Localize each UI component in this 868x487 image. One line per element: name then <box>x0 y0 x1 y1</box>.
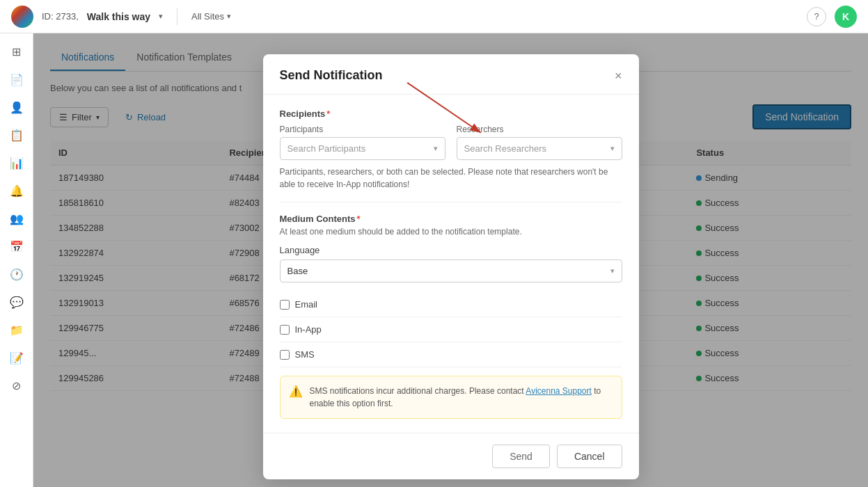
sidebar-person-icon[interactable]: 👤 <box>4 95 29 120</box>
modal-close-button[interactable]: × <box>615 70 622 82</box>
sidebar: ⊞ 📄 👤 📋 📊 🔔 👥 📅 🕐 💬 📁 📝 ⊘ <box>0 33 33 487</box>
sites-selector[interactable]: All Sites ▾ <box>191 11 231 22</box>
recipients-row: Participants Search Participants ▾ Resea… <box>280 125 622 160</box>
warning-text: SMS notifications incur additional charg… <box>310 385 613 410</box>
user-avatar[interactable]: K <box>835 6 857 28</box>
participants-placeholder: Search Participants <box>287 143 366 154</box>
sites-chevron-icon: ▾ <box>227 12 231 21</box>
researchers-placeholder: Search Researchers <box>464 143 547 154</box>
help-button[interactable]: ? <box>807 7 826 26</box>
app-logo[interactable] <box>11 6 33 28</box>
study-chevron-icon[interactable]: ▾ <box>159 12 163 21</box>
sidebar-chat-icon[interactable]: 💬 <box>4 289 29 314</box>
section-divider <box>280 202 622 202</box>
sidebar-home-icon[interactable]: ⊞ <box>4 39 29 64</box>
email-checkbox[interactable] <box>280 300 290 310</box>
main-content: Notifications Notification Templates Bel… <box>33 33 868 487</box>
study-name: Walk this way <box>87 11 150 22</box>
researchers-select[interactable]: Search Researchers ▾ <box>457 137 622 160</box>
sidebar-users-icon[interactable]: 👥 <box>4 206 29 231</box>
sidebar-folder-icon[interactable]: 📁 <box>4 317 29 342</box>
topbar-divider <box>177 8 177 25</box>
modal-header: Send Notification × <box>263 54 639 95</box>
required-marker: * <box>326 109 330 119</box>
sidebar-clipboard-icon[interactable]: 📝 <box>4 345 29 370</box>
sidebar-ban-icon[interactable]: ⊘ <box>4 373 29 398</box>
modal-overlay: Send Notification × Recipients* Particip… <box>33 33 868 487</box>
medium-contents-hint: At least one medium should be added to t… <box>280 227 622 237</box>
participants-select[interactable]: Search Participants ▾ <box>280 137 445 160</box>
email-label[interactable]: Email <box>295 299 318 310</box>
researchers-field: Researchers Search Researchers ▾ <box>457 125 622 160</box>
language-label: Language <box>280 245 622 255</box>
avicenna-support-link[interactable]: Avicenna Support <box>526 386 592 396</box>
inapp-checkbox-row: In-App <box>280 317 622 342</box>
send-button[interactable]: Send <box>492 445 550 468</box>
warning-icon: ⚠️ <box>289 385 303 398</box>
inapp-label[interactable]: In-App <box>295 324 322 335</box>
topbar: ID: 2733, Walk this way ▾ All Sites ▾ ? … <box>0 0 868 33</box>
sidebar-document-icon[interactable]: 📄 <box>4 67 29 92</box>
sms-checkbox-row: SMS <box>280 342 622 367</box>
sms-warning: ⚠️ SMS notifications incur additional ch… <box>280 376 622 419</box>
language-value: Base <box>287 266 308 276</box>
recipients-label: Recipients* <box>280 109 622 119</box>
sidebar-file-icon[interactable]: 📋 <box>4 122 29 147</box>
cancel-button[interactable]: Cancel <box>557 445 622 468</box>
modal-body: Recipients* Participants Search Particip… <box>263 95 639 433</box>
study-id: ID: 2733, <box>42 11 79 22</box>
researchers-chevron-icon: ▾ <box>610 144 615 153</box>
sidebar-bell-icon[interactable]: 🔔 <box>4 178 29 203</box>
sites-label: All Sites <box>191 11 224 22</box>
recipients-hint: Participants, researchers, or both can b… <box>280 166 622 191</box>
modal-title: Send Notification <box>280 68 383 83</box>
sidebar-history-icon[interactable]: 🕐 <box>4 262 29 287</box>
language-chevron-icon: ▾ <box>610 266 615 276</box>
participants-field: Participants Search Participants ▾ <box>280 125 445 160</box>
inapp-checkbox[interactable] <box>280 325 290 335</box>
email-checkbox-row: Email <box>280 292 622 317</box>
medium-contents-label: Medium Contents* <box>280 214 622 224</box>
modal-footer: Send Cancel <box>263 433 639 479</box>
sms-checkbox[interactable] <box>280 350 290 360</box>
send-notification-modal: Send Notification × Recipients* Particip… <box>263 54 639 479</box>
researchers-sub-label: Researchers <box>457 125 622 134</box>
sidebar-chart-icon[interactable]: 📊 <box>4 150 29 175</box>
sms-label[interactable]: SMS <box>295 349 315 360</box>
participants-chevron-icon: ▾ <box>434 144 438 153</box>
sidebar-calendar-icon[interactable]: 📅 <box>4 234 29 259</box>
help-label: ? <box>814 12 819 22</box>
language-select[interactable]: Base ▾ <box>280 260 622 282</box>
participants-sub-label: Participants <box>280 125 445 134</box>
